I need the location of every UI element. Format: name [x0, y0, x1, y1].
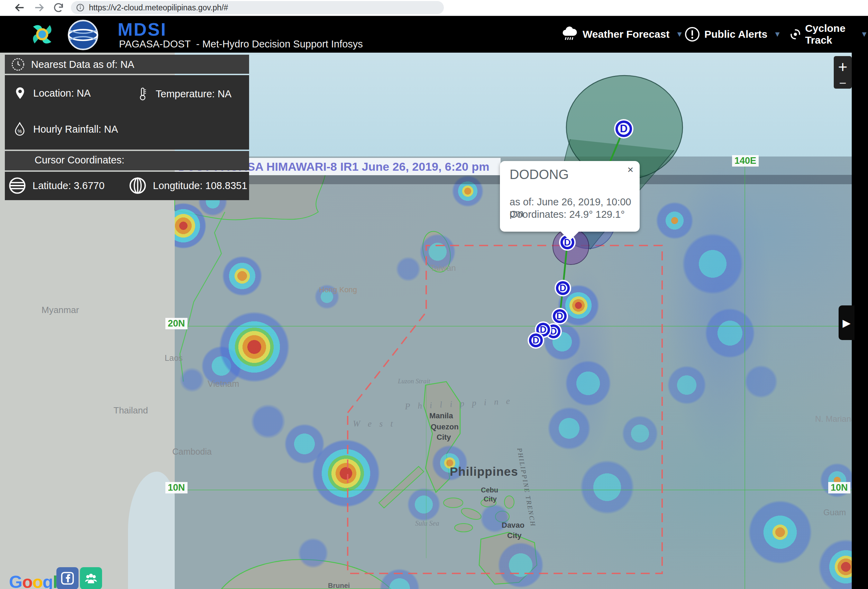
thermometer-icon: [136, 85, 149, 103]
url-bar[interactable]: https://v2-cloud.meteopilipinas.gov.ph/#: [71, 1, 444, 14]
refresh-icon[interactable]: [53, 2, 64, 13]
chevron-down-icon: ▼: [774, 30, 781, 39]
svg-text:%: %: [18, 129, 22, 134]
app-header: MDSI PAGASA-DOST - Met-Hydro Decision Su…: [0, 16, 868, 53]
rain-drop-icon: %: [12, 120, 27, 139]
sidebar-expand-tab[interactable]: ▶: [838, 305, 855, 340]
google-letter: o: [32, 573, 43, 589]
nav-weather-forecast[interactable]: Weather Forecast ▼: [561, 16, 683, 53]
cyclone-popup: DODONG × as of: June 26, 2019, 10:00 pm …: [500, 161, 640, 232]
site-info-icon[interactable]: [76, 3, 85, 12]
cyclone-marker[interactable]: D: [528, 332, 544, 349]
community-button[interactable]: [80, 567, 102, 589]
nav-label: Weather Forecast: [583, 28, 669, 40]
back-icon[interactable]: [14, 2, 26, 13]
longitude-icon: [129, 177, 147, 195]
nav-label: Cyclone Track: [805, 22, 854, 46]
hourly-rainfall-label: Hourly Rainfall: NA: [33, 124, 118, 135]
url-text: https://v2-cloud.meteopilipinas.gov.ph/#: [89, 3, 228, 12]
nav-cyclone-track[interactable]: Cyclone Track ▼: [790, 16, 868, 53]
cyclone-icon: [790, 26, 801, 42]
alert-icon: [684, 26, 700, 42]
latitude-icon: [8, 177, 26, 195]
cyclone-marker[interactable]: D: [614, 119, 633, 139]
temperature-label: Temperature: NA: [156, 88, 232, 100]
par-boundary: [348, 246, 662, 573]
nav-public-alerts[interactable]: Public Alerts ▼: [684, 16, 781, 53]
people-group-icon: [83, 570, 99, 586]
lat-long-row: Latitude: 3.6770 Longtitude: 108.8351: [5, 172, 249, 200]
map-zoom-control: + −: [834, 56, 852, 89]
facebook-button[interactable]: [56, 567, 78, 589]
zoom-in-button[interactable]: +: [834, 56, 852, 75]
popup-title: DODONG: [509, 167, 569, 182]
chevron-down-icon: ▼: [861, 30, 868, 39]
panel-readings-row: Location: NA Temperature: NA % Hourly Ra…: [5, 75, 249, 149]
popup-tail: [561, 232, 579, 241]
latitude-label: Latitude: 3.6770: [32, 180, 105, 191]
pagasa-globe-logo-icon: [68, 20, 98, 50]
brand-mdsi: MDSI: [118, 19, 167, 40]
longitude-label: Longtitude: 108.8351: [153, 180, 247, 191]
nav-label: Public Alerts: [704, 28, 767, 40]
forward-icon[interactable]: [33, 2, 45, 13]
google-letter: G: [9, 573, 22, 589]
cyclone-marker[interactable]: D: [551, 308, 568, 324]
popup-coordinates: Coordinates: 24.9° 129.1°: [509, 209, 625, 220]
map-canvas[interactable]: 20N 10N 10N 140E Myanmar Thailand Laos V…: [0, 53, 868, 589]
cursor-coordinates-row: Cursor Coordinates:: [5, 151, 249, 170]
location-pin-icon: [13, 85, 27, 101]
dost-pinwheel-logo-icon: [26, 19, 58, 49]
cursor-coordinates-label: Cursor Coordinates:: [35, 154, 124, 166]
clock-icon: [11, 58, 25, 71]
google-letter: o: [22, 573, 32, 589]
close-icon[interactable]: ×: [627, 164, 633, 176]
location-label: Location: NA: [33, 87, 91, 99]
brand-subtitle: PAGASA-DOST - Met-Hydro Decision Support…: [119, 38, 363, 50]
nearest-data-label: Nearest Data as of: NA: [31, 59, 134, 70]
panel-header-row: Nearest Data as of: NA: [5, 55, 249, 74]
chevron-down-icon: ▼: [676, 30, 683, 39]
browser-chrome: https://v2-cloud.meteopilipinas.gov.ph/#: [0, 0, 868, 16]
rain-cloud-icon: [561, 25, 579, 43]
play-arrow-icon: ▶: [842, 317, 850, 329]
cyclone-marker[interactable]: D: [555, 280, 571, 296]
facebook-icon: [60, 571, 75, 586]
zoom-out-button[interactable]: −: [834, 75, 852, 89]
google-letter: g: [43, 573, 53, 589]
